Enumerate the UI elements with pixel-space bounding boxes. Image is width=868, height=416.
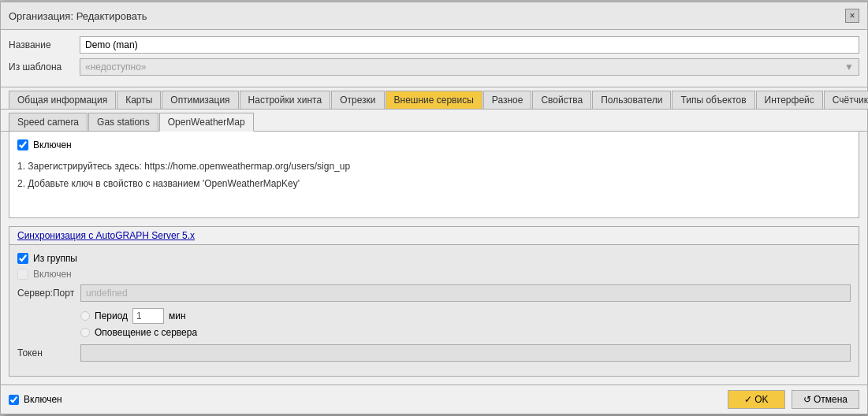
main-dialog: Организация: Редактировать × Название Из… (0, 2, 868, 414)
sync-enabled-label: Включен (33, 269, 72, 280)
footer-left: Включен (9, 394, 62, 405)
tab-hint-settings[interactable]: Настройки хинта (240, 91, 331, 109)
period-radio[interactable] (80, 311, 90, 321)
notify-radio[interactable] (80, 328, 90, 337)
template-value: «недоступно» (85, 61, 147, 72)
period-input[interactable] (132, 308, 164, 324)
token-label: Токен (17, 347, 80, 358)
tab-external-services[interactable]: Внешние сервисы (386, 91, 482, 109)
sync-section: Синхронизация с AutoGRAPH Server 5.x Из … (9, 226, 859, 377)
dialog-title: Организация: Редактировать (9, 10, 147, 22)
form-section: Название Из шаблона «недоступно» ▼ (1, 30, 867, 87)
token-input[interactable] (80, 344, 851, 362)
template-select[interactable]: «недоступно» ▼ (80, 58, 859, 76)
tab-counters[interactable]: Счётчики пробега и моточасов (824, 91, 868, 109)
template-row: Из шаблона «недоступно» ▼ (9, 58, 859, 76)
enabled-checkbox[interactable] (17, 139, 28, 150)
cancel-button[interactable]: ↺ Отмена (792, 390, 859, 409)
server-port-input[interactable] (80, 284, 851, 302)
radio-group: Период мин Оповещение с сервера (80, 308, 851, 338)
tab-properties[interactable]: Свойства (532, 91, 591, 109)
sync-enabled-checkbox[interactable] (17, 269, 28, 280)
sub-tabs: Speed camera Gas stations OpenWeatherMap (1, 110, 867, 132)
ok-button[interactable]: ✓ OK (728, 390, 785, 409)
main-tabs: Общая информация Карты Оптимизация Настр… (1, 87, 867, 110)
name-input[interactable] (80, 36, 859, 54)
info-text: 1. Зарегистрируйтесь здесь: https://home… (17, 155, 851, 195)
period-unit: мин (169, 310, 186, 321)
title-bar: Организация: Редактировать × (1, 2, 867, 30)
token-row: Токен (17, 344, 851, 362)
tab-misc[interactable]: Разное (483, 91, 532, 109)
close-button[interactable]: × (845, 9, 859, 23)
footer-enabled-checkbox[interactable] (9, 395, 19, 405)
tab-object-types[interactable]: Типы объектов (672, 91, 754, 109)
sync-title[interactable]: Синхронизация с AutoGRAPH Server 5.x (9, 227, 859, 245)
dropdown-arrow-icon: ▼ (844, 61, 854, 72)
from-group-row: Из группы (17, 253, 851, 264)
server-port-label: Сервер:Порт (17, 288, 80, 299)
tab-segments[interactable]: Отрезки (331, 91, 384, 109)
tab-optimization[interactable]: Оптимизация (162, 91, 238, 109)
info-line1: 1. Зарегистрируйтесь здесь: https://home… (17, 158, 851, 176)
name-label: Название (9, 39, 80, 50)
footer: Включен ✓ OK ↺ Отмена (1, 384, 867, 414)
tab-interface[interactable]: Интерфейс (756, 91, 823, 109)
panel-content: Включен 1. Зарегистрируйтесь здесь: http… (9, 132, 859, 218)
sync-content: Из группы Включен Сервер:Порт Период мин (9, 245, 859, 376)
footer-enabled-label: Включен (24, 394, 62, 405)
from-group-label: Из группы (33, 253, 77, 264)
period-label: Период (95, 310, 128, 321)
footer-buttons: ✓ OK ↺ Отмена (728, 390, 859, 409)
server-port-row: Сервер:Порт (17, 284, 851, 302)
sub-tab-gas-stations[interactable]: Gas stations (88, 113, 158, 131)
enabled-label: Включен (33, 139, 72, 150)
tab-general[interactable]: Общая информация (9, 91, 116, 109)
notify-row: Оповещение с сервера (80, 327, 851, 338)
name-row: Название (9, 36, 859, 54)
from-group-checkbox[interactable] (17, 253, 28, 264)
template-label: Из шаблона (9, 61, 80, 72)
info-line2: 2. Добавьте ключ в свойство с названием … (17, 176, 851, 193)
tab-users[interactable]: Пользователи (592, 91, 671, 109)
tabs-container: Общая информация Карты Оптимизация Настр… (1, 87, 867, 218)
sub-tab-speed-camera[interactable]: Speed camera (9, 113, 88, 131)
notify-label: Оповещение с сервера (95, 327, 197, 338)
tab-maps[interactable]: Карты (117, 91, 161, 109)
sync-enabled-row: Включен (17, 269, 851, 280)
sub-tab-openweathermap[interactable]: OpenWeatherMap (159, 113, 254, 132)
enabled-row: Включен (17, 139, 851, 150)
period-row: Период мин (80, 308, 851, 324)
